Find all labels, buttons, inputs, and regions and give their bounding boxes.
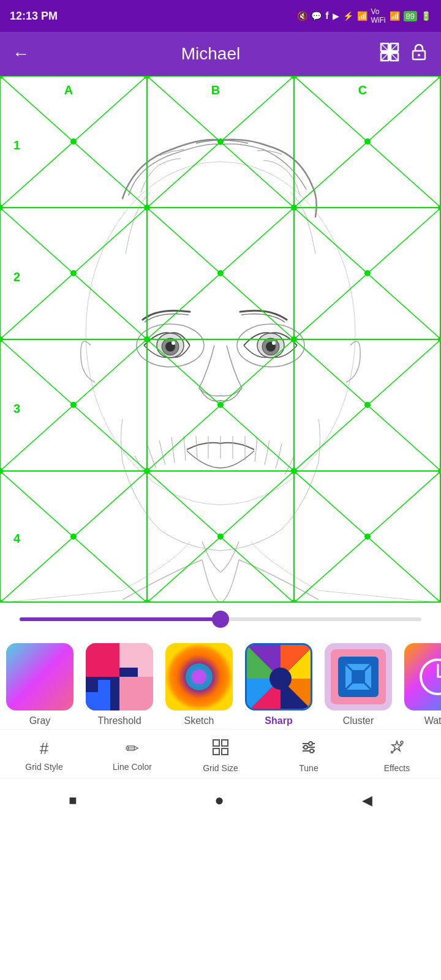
svg-point-122 bbox=[310, 749, 314, 753]
svg-point-21 bbox=[272, 341, 276, 345]
svg-rect-116 bbox=[222, 748, 228, 755]
filter-thumb-sharp bbox=[245, 643, 312, 710]
svg-rect-98 bbox=[98, 680, 110, 692]
home-button[interactable]: ● bbox=[214, 791, 224, 810]
slider-area bbox=[0, 603, 441, 636]
grid-style-icon: # bbox=[40, 739, 48, 758]
svg-rect-111 bbox=[404, 643, 441, 710]
grid-size-icon bbox=[213, 739, 228, 760]
page-title: Michael bbox=[42, 44, 380, 64]
svg-point-120 bbox=[309, 742, 312, 745]
filter-thumb-cluster bbox=[325, 643, 392, 710]
slider-fill bbox=[20, 617, 221, 621]
filter-strip: Gray Threshold bbox=[0, 636, 441, 729]
stop-button[interactable]: ■ bbox=[69, 793, 77, 809]
filter-label-threshold: Threshold bbox=[97, 715, 141, 726]
image-area: A B C 1 2 3 4 bbox=[0, 76, 441, 603]
message-icon: 💬 bbox=[311, 11, 322, 21]
slider-thumb[interactable] bbox=[212, 611, 229, 628]
filter-thumb-gray bbox=[6, 643, 74, 710]
svg-point-105 bbox=[270, 668, 292, 690]
youtube-icon: ▶ bbox=[333, 11, 339, 21]
filter-item-sharp[interactable]: Sharp bbox=[239, 643, 318, 726]
mute-icon: 🔇 bbox=[297, 11, 307, 21]
facebook-icon: f bbox=[325, 10, 328, 21]
filter-label-cluster: Cluster bbox=[343, 715, 374, 726]
top-bar: ← Michael bbox=[0, 32, 441, 76]
grid-overlay-icon[interactable] bbox=[380, 42, 399, 66]
battery-label: 89 bbox=[404, 11, 417, 21]
svg-point-123 bbox=[401, 741, 403, 744]
nav-label-grid-style: Grid Style bbox=[25, 762, 62, 772]
back-system-button[interactable]: ◀ bbox=[362, 793, 372, 809]
status-time: 12:13 PM bbox=[10, 10, 58, 23]
filter-item-watch[interactable]: Watch bbox=[398, 643, 441, 726]
filter-item-gray[interactable]: Gray bbox=[0, 643, 80, 726]
face-sketch bbox=[0, 76, 441, 603]
svg-rect-96 bbox=[86, 643, 119, 677]
nav-item-grid-style[interactable]: # Grid Style bbox=[7, 739, 81, 773]
nav-label-tune: Tune bbox=[299, 763, 318, 773]
nav-label-effects: Effects bbox=[384, 763, 410, 773]
nav-label-line-color: Line Color bbox=[113, 762, 152, 772]
svg-point-121 bbox=[304, 745, 307, 749]
bottom-nav: # Grid Style ✏ Line Color Grid Size bbox=[0, 729, 441, 778]
svg-point-16 bbox=[172, 341, 175, 345]
filter-thumb-watch bbox=[404, 643, 441, 710]
filter-label-watch: Watch bbox=[424, 715, 441, 726]
status-icons: 🔇 💬 f ▶ ⚡ 📶 VoWiFi 📶 89 🔋 bbox=[297, 7, 431, 24]
nav-label-grid-size: Grid Size bbox=[203, 763, 238, 773]
vowifi-label: VoWiFi bbox=[371, 7, 386, 24]
filter-item-sketch[interactable]: Sketch bbox=[159, 643, 239, 726]
svg-point-9 bbox=[418, 54, 420, 56]
svg-rect-113 bbox=[213, 740, 219, 746]
lock-icon[interactable] bbox=[409, 42, 429, 66]
filter-label-sketch: Sketch bbox=[184, 715, 214, 726]
filter-item-cluster[interactable]: Cluster bbox=[318, 643, 398, 726]
svg-rect-100 bbox=[119, 668, 138, 677]
nav-item-tune[interactable]: Tune bbox=[272, 739, 345, 773]
nav-item-grid-size[interactable]: Grid Size bbox=[184, 739, 257, 773]
slider-track[interactable] bbox=[20, 617, 421, 621]
header-icons bbox=[380, 42, 429, 66]
svg-rect-110 bbox=[352, 670, 365, 684]
svg-rect-115 bbox=[213, 748, 219, 755]
wifi-icon: 📶 bbox=[390, 11, 400, 21]
svg-rect-99 bbox=[86, 692, 110, 710]
system-nav: ■ ● ◀ bbox=[0, 778, 441, 822]
effects-icon bbox=[389, 739, 405, 760]
battery-icon: 🔋 bbox=[421, 11, 431, 21]
nav-item-line-color[interactable]: ✏ Line Color bbox=[96, 739, 169, 773]
filter-thumb-sketch bbox=[165, 643, 233, 710]
svg-rect-10 bbox=[0, 76, 441, 603]
svg-rect-114 bbox=[222, 740, 228, 746]
line-color-icon: ✏ bbox=[126, 739, 139, 758]
bluetooth-icon: ⚡ bbox=[343, 11, 353, 21]
signal-icon: 📶 bbox=[357, 11, 368, 21]
svg-point-124 bbox=[391, 752, 393, 753]
svg-point-103 bbox=[192, 669, 206, 684]
tune-icon bbox=[301, 739, 317, 760]
filter-label-gray: Gray bbox=[29, 715, 51, 726]
filter-thumb-threshold bbox=[86, 643, 153, 710]
filter-label-sharp: Sharp bbox=[265, 715, 292, 726]
nav-item-effects[interactable]: Effects bbox=[360, 739, 434, 773]
back-button[interactable]: ← bbox=[12, 44, 29, 64]
status-bar: 12:13 PM 🔇 💬 f ▶ ⚡ 📶 VoWiFi 📶 89 🔋 bbox=[0, 0, 441, 32]
filter-item-threshold[interactable]: Threshold bbox=[80, 643, 159, 726]
